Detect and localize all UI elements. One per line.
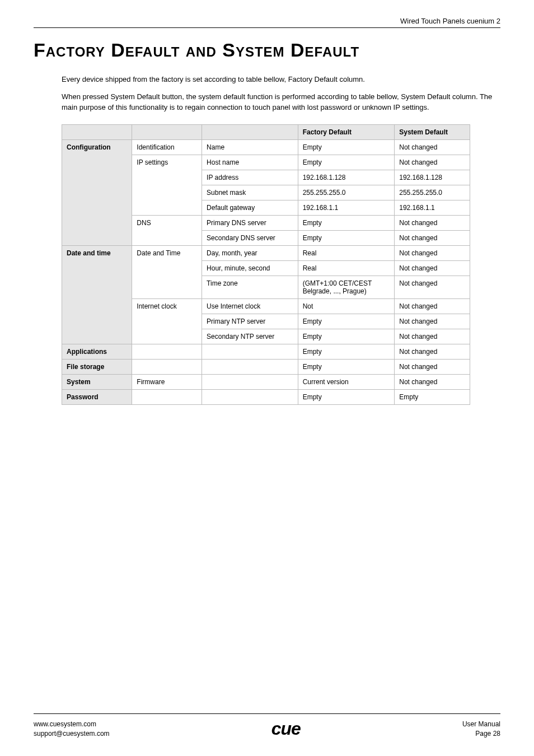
subgroup-cell: IP settings [132,155,202,215]
subgroup-cell: Firmware [132,374,202,389]
factory-default-cell: Not [298,298,395,314]
subgroup-cell: Internet clock [132,298,202,344]
system-default-cell: Not changed [395,314,470,329]
subgroup-cell: Date and Time [132,245,202,298]
system-default-cell: Not changed [395,276,470,298]
item-cell [202,359,298,374]
system-default-cell: Not changed [395,139,470,155]
group-cell: Date and time [62,245,132,344]
item-cell: Secondary DNS server [202,230,298,245]
item-cell: Primary DNS server [202,215,298,230]
intro-paragraph-2: When pressed System Default button, the … [62,92,500,113]
factory-default-cell: Empty [298,389,395,404]
factory-default-cell: Real [298,245,395,260]
factory-default-cell: Empty [298,314,395,329]
system-default-cell: Not changed [395,155,470,170]
system-default-cell: Not changed [395,230,470,245]
subgroup-cell: DNS [132,215,202,245]
table-row: ApplicationsEmptyNot changed [62,344,470,359]
factory-default-cell: 192.168.1.128 [298,170,395,185]
factory-default-cell: (GMT+1:00 CET/CEST Belgrade, ..., Prague… [298,276,395,298]
system-default-cell: Not changed [395,298,470,314]
system-default-cell: 255.255.255.0 [395,185,470,200]
factory-default-cell: Empty [298,344,395,359]
header-title: Wired Touch Panels cuenium 2 [34,17,500,28]
item-cell: Time zone [202,276,298,298]
table-row: PasswordEmptyEmpty [62,389,470,404]
factory-default-cell: Current version [298,374,395,389]
subgroup-cell: Identification [132,139,202,155]
col-header-blank2 [132,124,202,139]
item-cell: Primary NTP server [202,314,298,329]
factory-default-cell: 192.168.1.1 [298,200,395,215]
factory-default-cell: Empty [298,139,395,155]
factory-default-cell: 255.255.255.0 [298,185,395,200]
intro-paragraph-1: Every device shipped from the factory is… [62,74,500,85]
factory-default-cell: Empty [298,155,395,170]
defaults-table: Factory Default System Default Configura… [62,124,470,405]
factory-default-cell: Empty [298,329,395,344]
system-default-cell: Not changed [395,374,470,389]
footer-page: Page 28 [462,729,500,739]
col-header-factory: Factory Default [298,124,395,139]
footer-url: www.cuesystem.com [34,720,110,729]
system-default-cell: 192.168.1.128 [395,170,470,185]
system-default-cell: Not changed [395,260,470,276]
item-cell: Host name [202,155,298,170]
group-cell: Configuration [62,139,132,245]
subgroup-cell [132,359,202,374]
factory-default-cell: Empty [298,215,395,230]
page-footer: www.cuesystem.com support@cuesystem.com … [34,713,500,739]
item-cell [202,389,298,404]
table-row: SystemFirmwareCurrent versionNot changed [62,374,470,389]
factory-default-cell: Real [298,260,395,276]
col-header-system: System Default [395,124,470,139]
item-cell [202,374,298,389]
system-default-cell: 192.168.1.1 [395,200,470,215]
footer-manual: User Manual [462,720,500,729]
group-cell: System [62,374,132,389]
system-default-cell: Not changed [395,215,470,230]
col-header-blank3 [202,124,298,139]
item-cell: Day, month, year [202,245,298,260]
item-cell: Default gateway [202,200,298,215]
item-cell: Name [202,139,298,155]
item-cell: Secondary NTP server [202,329,298,344]
footer-logo: cue [271,718,301,739]
table-header-row: Factory Default System Default [62,124,470,139]
group-cell: Password [62,389,132,404]
system-default-cell: Not changed [395,359,470,374]
group-cell: File storage [62,359,132,374]
system-default-cell: Empty [395,389,470,404]
item-cell: Subnet mask [202,185,298,200]
factory-default-cell: Empty [298,359,395,374]
subgroup-cell [132,389,202,404]
factory-default-cell: Empty [298,230,395,245]
item-cell: IP address [202,170,298,185]
table-row: ConfigurationIdentificationNameEmptyNot … [62,139,470,155]
system-default-cell: Not changed [395,344,470,359]
item-cell [202,344,298,359]
col-header-blank1 [62,124,132,139]
subgroup-cell [132,344,202,359]
item-cell: Use Internet clock [202,298,298,314]
table-row: File storageEmptyNot changed [62,359,470,374]
page-title: Factory Default and System Default [34,39,500,61]
system-default-cell: Not changed [395,245,470,260]
item-cell: Hour, minute, second [202,260,298,276]
group-cell: Applications [62,344,132,359]
table-row: Date and timeDate and TimeDay, month, ye… [62,245,470,260]
footer-email: support@cuesystem.com [34,729,110,739]
system-default-cell: Not changed [395,329,470,344]
